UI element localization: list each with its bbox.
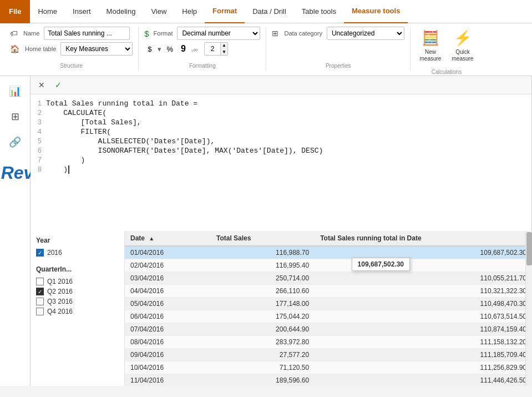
currency-button[interactable]: $ [144, 42, 155, 56]
code-line: 5 ALLSELECTED('Dates'[Date]), [31, 137, 531, 146]
year-2016-checkbox[interactable] [36, 249, 44, 257]
ribbon-group-calculations: 🧮 New measure ⚡ Quick measure Calculatio… [411, 27, 483, 77]
filter-panel: Year 2016 QuarterIn... Q1 2016 Q2 2016 [31, 231, 125, 386]
year-2016-label: 2016 [47, 249, 62, 257]
date-cell: 07/04/2016 [125, 323, 211, 336]
runningtotal-cell: 110,321,322.30 [315, 285, 532, 298]
scrollbar-thumb[interactable] [526, 232, 532, 265]
formatting-label: Formatting [144, 61, 260, 69]
date-cell: 10/04/2016 [125, 361, 211, 374]
q2-checkbox[interactable] [36, 288, 44, 295]
totalsales-cell: 200,644.90 [211, 323, 315, 336]
sidebar-model-icon[interactable]: 🔗 [4, 132, 26, 153]
table-row[interactable]: 07/04/2016 200,644.90 110,874,159.40 [125, 323, 532, 336]
sidebar-report-icon[interactable]: 📊 [4, 81, 26, 102]
q1-2016-item[interactable]: Q1 2016 [36, 278, 119, 285]
ribbon: 🏷 Name 🏠 Home table Key Measures Structu… [0, 23, 532, 76]
new-measure-button[interactable]: 🧮 New measure [416, 27, 445, 64]
line-content: FILTER( [46, 128, 111, 136]
decimal-stepper[interactable]: ▲ ▼ [204, 42, 228, 56]
new-measure-label: New measure [418, 49, 443, 62]
q4-checkbox[interactable] [36, 308, 44, 315]
q2-2016-item[interactable]: Q2 2016 [36, 288, 119, 295]
table-row[interactable]: 10/04/2016 71,120.50 111,256,829.90 [125, 361, 532, 374]
line-content: ) [46, 156, 85, 164]
menu-home[interactable]: Home [30, 0, 65, 23]
table-scrollbar[interactable] [525, 231, 532, 386]
code-line: 7 ) [31, 155, 531, 165]
code-line: 1Total Sales running total in Date = [31, 99, 531, 108]
menu-data-drill[interactable]: Data / Drill [245, 0, 294, 23]
q1-checkbox[interactable] [36, 278, 44, 285]
ribbon-calc-btns: 🧮 New measure ⚡ Quick measure [416, 27, 477, 64]
datacategory-label: Data category [284, 30, 322, 37]
decimal-input[interactable] [205, 45, 220, 53]
properties-label: Properties [272, 61, 404, 69]
runningtotal-column-header[interactable]: Total Sales running total in Date [315, 231, 532, 246]
menu-measure-tools[interactable]: Measure tools [344, 0, 408, 23]
menu-modeling[interactable]: Modeling [99, 0, 144, 23]
menu-table-tools[interactable]: Table tools [294, 0, 344, 23]
ribbon-datacategory-row: ⊞ Data category Uncategorized [272, 27, 404, 40]
comma-button[interactable]: 9 [178, 42, 189, 56]
percent-button[interactable]: % [164, 42, 177, 56]
code-editor[interactable]: 1Total Sales running total in Date =2 CA… [31, 94, 531, 231]
name-input[interactable] [44, 27, 130, 40]
dropdown-arrow[interactable]: ▾ [158, 45, 161, 53]
format-label: Format [154, 30, 173, 37]
menu-file[interactable]: File [0, 0, 30, 23]
new-measure-icon: 🧮 [422, 29, 439, 47]
table-row[interactable]: 01/04/2016 116,988.70 109,687,502.30 [125, 246, 532, 259]
left-sidebar: 📊 ⊞ 🔗 Rev [0, 76, 31, 386]
stepper-down[interactable]: ▼ [220, 49, 227, 56]
table-row[interactable]: 02/04/2016 116,995.40 [125, 259, 532, 272]
menu-format[interactable]: Format [205, 0, 245, 23]
datacategory-icon: ⊞ [272, 29, 278, 38]
code-line: 2 CALCULATE( [31, 108, 531, 118]
sidebar-table-icon[interactable]: ⊞ [4, 106, 26, 127]
q3-checkbox[interactable] [36, 298, 44, 305]
line-number: 3 [31, 118, 46, 127]
stepper-up[interactable]: ▲ [220, 42, 227, 49]
table-row[interactable]: 08/04/2016 283,972.80 111,158,132.20 [125, 336, 532, 349]
menu-view[interactable]: View [143, 0, 174, 23]
table-row[interactable]: 11/04/2016 189,596.60 111,446,426.50 [125, 374, 532, 386]
table-row[interactable]: 09/04/2016 27,577.20 111,185,709.40 [125, 349, 532, 361]
datacategory-dropdown[interactable]: Uncategorized [327, 27, 404, 40]
line-content: ) [46, 165, 69, 174]
close-button[interactable]: ✕ [35, 78, 48, 92]
totalsales-cell: 116,995.40 [211, 259, 315, 272]
table-row[interactable]: 03/04/2016 250,714.00 110,055,211.70 [125, 272, 532, 285]
q4-2016-item[interactable]: Q4 2016 [36, 308, 119, 315]
year-2016-item[interactable]: 2016 [36, 249, 119, 257]
line-content: ALLSELECTED('Dates'[Date]), [46, 137, 215, 145]
totalsales-cell: 189,596.60 [211, 374, 315, 386]
data-table-container: Date ▲ Total Sales Total Sales running t… [125, 231, 532, 386]
menu-help[interactable]: Help [174, 0, 205, 23]
date-cell: 11/04/2016 [125, 374, 211, 386]
ribbon-format-row: $ Format Decimal number [144, 27, 260, 40]
hometable-dropdown[interactable]: Key Measures [60, 42, 133, 56]
code-line: 8 ) [31, 165, 531, 174]
quick-measure-button[interactable]: ⚡ Quick measure [448, 27, 477, 64]
date-cell: 03/04/2016 [125, 272, 211, 285]
totalsales-column-header[interactable]: Total Sales [211, 231, 315, 246]
table-row[interactable]: 05/04/2016 177,148.00 110,498,470.30 [125, 298, 532, 310]
line-content: Total Sales running total in Date = [46, 99, 197, 108]
code-line: 3 [Total Sales], [31, 118, 531, 127]
date-column-header[interactable]: Date ▲ [125, 231, 211, 246]
q3-2016-item[interactable]: Q3 2016 [36, 298, 119, 305]
date-cell: 02/04/2016 [125, 259, 211, 272]
confirm-button[interactable]: ✓ [52, 78, 65, 92]
format-icon: $ [144, 29, 149, 38]
runningtotal-cell: 110,498,470.30 [315, 298, 532, 310]
table-row[interactable]: 04/04/2016 266,110.60 110,321,322.30 [125, 285, 532, 298]
table-row[interactable]: 06/04/2016 175,044.20 110,673,514.50 [125, 310, 532, 323]
menu-insert[interactable]: Insert [65, 0, 99, 23]
sort-arrow: ▲ [149, 235, 154, 242]
q2-label: Q2 2016 [47, 288, 73, 295]
totalsales-cell: 283,972.80 [211, 336, 315, 349]
date-cell: 09/04/2016 [125, 349, 211, 361]
format-dropdown[interactable]: Decimal number [177, 27, 260, 40]
q3-label: Q3 2016 [47, 298, 73, 305]
